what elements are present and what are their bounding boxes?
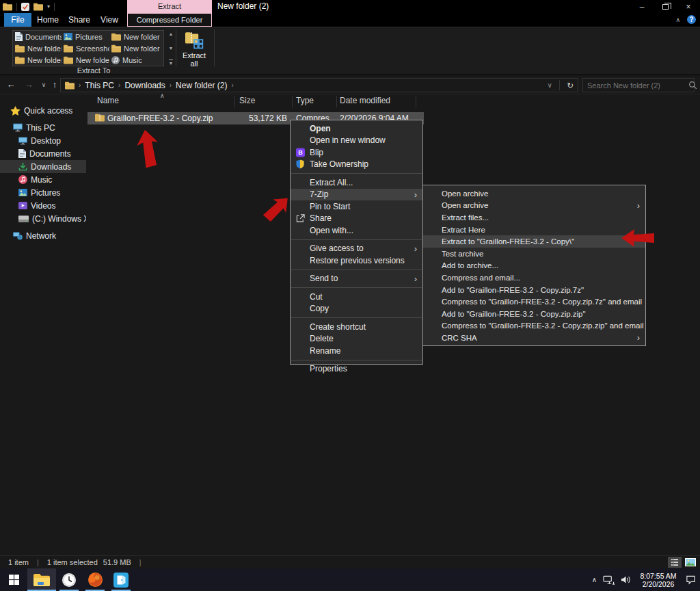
forward-button[interactable]: → <box>22 79 36 91</box>
large-icons-view-button[interactable] <box>684 557 697 568</box>
extract-destination-new-folder[interactable]: New folder <box>109 31 160 42</box>
context-menu-item-properties[interactable]: Properties <box>291 363 422 376</box>
taskbar-clock-app[interactable] <box>56 568 82 591</box>
qat-properties-icon[interactable] <box>21 3 29 11</box>
tab-home[interactable]: Home <box>34 13 62 27</box>
context-menu-item-send-to[interactable]: Send to› <box>291 273 422 285</box>
tab-file[interactable]: File <box>4 13 31 27</box>
context-menu-item-7-zip[interactable]: 7-Zip› <box>291 189 422 201</box>
collapse-ribbon-icon[interactable]: ∧ <box>675 16 680 23</box>
sidebar-item-quick-access[interactable]: Quick access <box>0 104 86 117</box>
extract-destination-new-folder[interactable]: New folder <box>13 54 62 66</box>
zip-submenu-item-add-to-graillon-free-3-2-copy-zip-7z[interactable]: Add to "Graillon-FREE-3.2 - Copy.zip.7z" <box>423 284 645 296</box>
taskbar-clock[interactable]: 8:07:55 AM 2/20/2026 <box>637 572 679 588</box>
extract-all-button[interactable]: Extract all <box>179 29 209 68</box>
extract-destination-new-folder[interactable]: New folder <box>62 54 109 66</box>
zip-submenu-item-test-archive[interactable]: Test archive <box>423 248 645 260</box>
extract-destination-new-folder-2[interactable]: New folder (2) <box>109 42 160 54</box>
context-menu-item-extract-all[interactable]: Extract All... <box>291 176 422 189</box>
scroll-more-icon[interactable]: ▼ <box>169 60 174 66</box>
up-button[interactable]: ↑ <box>48 79 62 91</box>
sidebar-item-pictures[interactable]: Pictures <box>0 186 86 199</box>
column-header-type[interactable]: Type <box>296 96 314 108</box>
column-divider[interactable] <box>336 96 337 107</box>
breadcrumb-chevron-icon[interactable]: › <box>75 81 85 89</box>
extract-destination-screenshots[interactable]: Screenshots <box>62 42 109 54</box>
column-divider[interactable] <box>234 96 235 107</box>
sidebar-item-this-pc[interactable]: This PC <box>0 121 86 134</box>
context-menu-item-share[interactable]: Share <box>291 213 422 225</box>
extract-destination-pictures[interactable]: Pictures <box>62 31 109 42</box>
search-input[interactable] <box>583 81 688 90</box>
back-button[interactable]: ← <box>4 79 18 91</box>
address-dropdown-icon[interactable]: ∨ <box>543 81 556 89</box>
extract-destination-music[interactable]: Music <box>109 54 160 66</box>
tab-view[interactable]: View <box>96 13 123 27</box>
breadcrumb-segment-new-folder-2[interactable]: New folder (2) <box>176 81 227 90</box>
context-menu-item-restore-previous-versions[interactable]: Restore previous versions <box>291 254 422 267</box>
zip-submenu-item-compress-to-graillon-free-3-2-copy-zip-zip-and-email[interactable]: Compress to "Graillon-FREE-3.2 - Copy.zi… <box>423 320 645 332</box>
column-header-size[interactable]: Size <box>239 96 255 108</box>
zip-submenu-item-crc-sha[interactable]: CRC SHA› <box>423 332 645 344</box>
close-button[interactable]: × <box>677 0 700 13</box>
context-menu-item-open[interactable]: Open <box>291 122 422 135</box>
zip-submenu-item-extract-to-graillon-free-3-2-copy[interactable]: Extract to "Graillon-FREE-3.2 - Copy\" <box>423 235 645 248</box>
zip-submenu-item-open-archive[interactable]: Open archive› <box>423 200 645 212</box>
zip-submenu-item-add-to-graillon-free-3-2-copy-zip-zip[interactable]: Add to "Graillon-FREE-3.2 - Copy.zip.zip… <box>423 308 645 320</box>
context-menu-item-create-shortcut[interactable]: Create shortcut <box>291 321 422 333</box>
context-menu-item-pin-to-start[interactable]: Pin to Start <box>291 200 422 213</box>
volume-icon[interactable] <box>621 575 631 584</box>
taskbar-firefox[interactable] <box>82 568 108 591</box>
taskbar-blip-app[interactable] <box>108 568 134 591</box>
zip-submenu-item-compress-to-graillon-free-3-2-copy-zip-7z-and-email[interactable]: Compress to "Graillon-FREE-3.2 - Copy.zi… <box>423 296 645 308</box>
details-view-button[interactable] <box>668 557 682 568</box>
sidebar-item-downloads[interactable]: Downloads <box>0 160 86 173</box>
context-menu-item-open-with[interactable]: Open with... <box>291 224 422 237</box>
zip-submenu-item-add-to-archive[interactable]: Add to archive... <box>423 260 645 272</box>
sidebar-item-videos[interactable]: Videos <box>0 199 86 212</box>
zip-submenu-item-extract-files[interactable]: Extract files... <box>423 211 645 224</box>
breadcrumb-chevron-icon[interactable]: › <box>165 81 176 89</box>
zip-submenu-item-compress-and-email[interactable]: Compress and email... <box>423 272 645 284</box>
help-icon[interactable]: ? <box>687 15 696 24</box>
context-menu-item-delete[interactable]: Delete <box>291 333 422 345</box>
start-button[interactable] <box>0 568 27 591</box>
context-menu-item-copy[interactable]: Copy <box>291 303 422 315</box>
context-menu-item-give-access-to[interactable]: Give access to› <box>291 243 422 255</box>
sidebar-item-c-windows-x-li[interactable]: (C:) Windows X-Li <box>0 212 86 225</box>
breadcrumb[interactable]: ›This PC›Downloads›New folder (2)› ∨ ↻ <box>60 78 578 92</box>
qat-new-folder-icon[interactable] <box>33 3 43 11</box>
context-menu-item-cut[interactable]: Cut <box>291 291 422 303</box>
context-menu-item-blip[interactable]: BBlip <box>291 146 422 159</box>
refresh-icon[interactable]: ↻ <box>563 81 578 90</box>
zip-submenu-item-extract-here[interactable]: Extract Here <box>423 224 645 236</box>
context-menu-item-take-ownership[interactable]: Take Ownership <box>291 159 422 171</box>
breadcrumb-chevron-icon[interactable]: › <box>114 81 124 89</box>
context-menu-item-open-in-new-window[interactable]: Open in new window <box>291 135 422 147</box>
taskbar-file-explorer[interactable] <box>27 568 56 591</box>
network-tray-icon[interactable] <box>603 575 615 585</box>
action-center-icon[interactable] <box>686 575 696 585</box>
breadcrumb-segment-downloads[interactable]: Downloads <box>124 81 165 90</box>
tab-compressed-folder-tools[interactable]: Compressed Folder Tools <box>127 13 212 27</box>
zip-submenu-item-open-archive[interactable]: Open archive <box>423 187 645 200</box>
column-divider[interactable] <box>416 96 416 107</box>
sidebar-item-documents[interactable]: Documents <box>0 147 86 160</box>
qat-customize-caret-icon[interactable]: ▾ <box>47 3 50 10</box>
search-icon[interactable] <box>688 81 700 90</box>
minimize-button[interactable]: – <box>630 0 654 13</box>
breadcrumb-segment-this-pc[interactable]: This PC <box>85 81 114 90</box>
breadcrumb-chevron-icon[interactable]: › <box>227 81 237 89</box>
column-header-date-modified[interactable]: Date modified <box>340 96 390 108</box>
restore-button[interactable] <box>654 0 677 13</box>
column-divider[interactable] <box>292 96 293 107</box>
sidebar-item-network[interactable]: Network <box>0 229 86 242</box>
sidebar-item-desktop[interactable]: Desktop <box>0 134 86 147</box>
tab-share[interactable]: Share <box>64 13 94 27</box>
scroll-down-icon[interactable]: ▼ <box>169 45 174 52</box>
context-menu-item-rename[interactable]: Rename <box>291 345 422 357</box>
extract-destination-documents[interactable]: Documents <box>13 31 62 42</box>
column-header-name[interactable]: Name <box>97 96 119 108</box>
sidebar-item-music[interactable]: Music <box>0 173 86 186</box>
scroll-up-icon[interactable]: ▲ <box>169 31 174 38</box>
